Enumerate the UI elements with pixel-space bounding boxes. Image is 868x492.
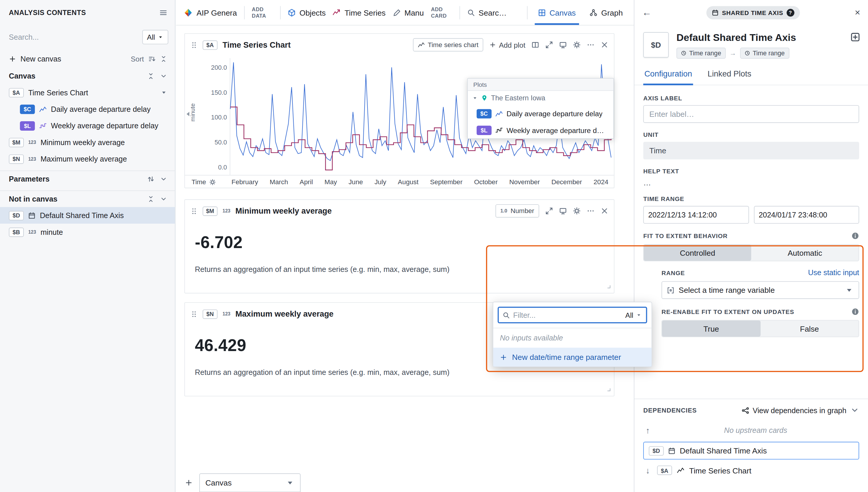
chart-type-button[interactable]: Time series chart <box>413 38 483 51</box>
drag-handle[interactable] <box>190 311 197 318</box>
axis-label-input[interactable] <box>643 105 859 123</box>
drag-handle[interactable] <box>190 41 197 48</box>
present-icon[interactable] <box>559 207 567 215</box>
option-controlled[interactable]: Controlled <box>644 245 751 261</box>
time-range-variable-select[interactable]: Select a time range variable <box>662 281 859 299</box>
collapse-all-icon[interactable] <box>160 55 167 62</box>
variable-badge: $A <box>9 88 24 97</box>
chip-label: Time range <box>753 50 785 56</box>
variable-picker-popup: All No inputs available New date/time ra… <box>493 302 652 367</box>
plot-series-row[interactable]: $L Weekly average departure d… <box>468 122 614 138</box>
sidebar-item-minute[interactable]: $B 123 minute <box>0 224 175 240</box>
chart-plot-area[interactable]: minute 200.0150.0100.050.00.0 Plots The … <box>185 56 614 175</box>
collapse-all-icon[interactable] <box>147 72 154 79</box>
configuration-form: AXIS LABEL UNIT Time HELP TEXT … TIME RA… <box>635 85 868 399</box>
aip-menu-button[interactable]: AIP Genera <box>184 0 237 25</box>
back-icon[interactable]: ← <box>642 7 651 18</box>
sidebar-item-time-series-chart[interactable]: $A Time Series Chart <box>0 84 175 101</box>
tab-graph[interactable]: Graph <box>587 0 626 25</box>
option-automatic[interactable]: Automatic <box>751 245 859 261</box>
number-type-icon: 123 <box>28 156 36 162</box>
add-to-canvas-icon[interactable] <box>850 32 860 58</box>
present-icon[interactable] <box>559 41 567 49</box>
tab-configuration[interactable]: Configuration <box>643 64 693 85</box>
fit-to-extent-label: FIT TO EXTENT BEHAVIOR <box>643 232 728 239</box>
add-data-button[interactable]: ADD DATA <box>252 6 273 19</box>
dependency-current-card[interactable]: $D Default Shared Time Axis <box>643 442 859 459</box>
resize-corner[interactable] <box>605 282 611 291</box>
time-range-start-input[interactable]: 2022/12/13 14:12:00 <box>643 206 748 224</box>
help-text-value[interactable]: … <box>643 178 859 187</box>
dependency-downstream-row[interactable]: ↓ $A Time Series Chart <box>643 466 859 475</box>
fullscreen-icon[interactable] <box>545 207 553 215</box>
info-icon[interactable] <box>851 308 859 316</box>
collapse-panel-icon[interactable] <box>159 9 167 17</box>
resize-corner[interactable] <box>605 385 611 394</box>
view-dependencies-label: View dependencies in graph <box>753 406 846 414</box>
swap-vertical-icon[interactable] <box>147 175 154 182</box>
collapse-all-icon[interactable] <box>147 195 154 202</box>
layout-split-icon[interactable] <box>531 41 539 49</box>
new-date-range-parameter-button[interactable]: New date/time range parameter <box>493 348 651 367</box>
help-icon[interactable]: ? <box>787 9 794 17</box>
new-canvas-button[interactable]: New canvas <box>21 54 61 63</box>
fullscreen-icon[interactable] <box>545 41 553 49</box>
close-icon[interactable] <box>600 207 608 215</box>
plots-group-row[interactable]: The Eastern Iowa <box>468 91 614 105</box>
sidebar-item-maximum-weekly[interactable]: $N 123 Maximum weekly average <box>0 151 175 167</box>
tab-linked-plots[interactable]: Linked Plots <box>706 64 752 85</box>
add-card-button[interactable]: ADD CARD <box>431 6 452 19</box>
card-title: Maximum weekly average <box>235 310 334 318</box>
close-icon[interactable] <box>600 41 608 49</box>
tab-canvas[interactable]: Canvas <box>535 0 579 25</box>
sort-icon[interactable] <box>148 55 155 62</box>
use-static-input-link[interactable]: Use static input <box>808 268 859 277</box>
caret-down-icon[interactable] <box>160 89 168 96</box>
unit-input[interactable]: Time <box>643 142 859 159</box>
format-badge: 1.0 <box>500 208 507 214</box>
add-canvas-button[interactable] <box>185 478 193 486</box>
number-format-button[interactable]: 1.0 Number <box>495 204 539 218</box>
sidebar-item-daily-average[interactable]: $C Daily average departure delay <box>0 101 175 117</box>
search-input[interactable] <box>9 33 138 41</box>
search-filter-select[interactable]: All <box>142 30 168 44</box>
step-chart-icon <box>40 122 47 129</box>
canvas-selector-dropdown[interactable]: Canvas <box>199 473 300 492</box>
variable-badge: $L <box>477 125 492 135</box>
info-icon[interactable] <box>851 232 859 240</box>
chevron-down-icon[interactable] <box>160 195 167 202</box>
time-series-button[interactable]: Time Series <box>333 0 386 25</box>
time-range-end-input[interactable]: 2024/01/17 23:48:00 <box>753 206 859 224</box>
add-plot-button[interactable]: Add plot <box>490 41 525 49</box>
plot-series-label: Daily average departure delay <box>506 109 602 118</box>
manual-button[interactable]: Manu <box>393 0 424 25</box>
objects-label: Objects <box>300 8 326 17</box>
gear-icon[interactable] <box>573 207 580 215</box>
axis-gear-icon[interactable] <box>209 179 216 186</box>
more-menu-icon[interactable] <box>587 207 594 215</box>
more-menu-icon[interactable] <box>587 41 594 49</box>
filter-all-select[interactable]: All <box>623 311 644 319</box>
gear-icon[interactable] <box>573 41 580 49</box>
chevron-down-icon[interactable] <box>160 175 167 182</box>
caret-down-icon <box>472 95 478 101</box>
y-axis-title: minute <box>189 96 196 129</box>
sort-button[interactable]: Sort <box>131 54 144 63</box>
app-root: ANALYSIS CONTENTS All New canvas Sort Ca… <box>0 0 868 492</box>
toolbar-search-button[interactable]: Searc… <box>467 0 507 25</box>
not-in-canvas-section-title: Not in canvas <box>9 195 57 203</box>
objects-button[interactable]: Objects <box>288 0 326 25</box>
plot-series-row[interactable]: $C Daily average departure delay <box>468 105 614 122</box>
sidebar-item-weekly-average[interactable]: $L Weekly average departure delay <box>0 117 175 134</box>
option-false[interactable]: False <box>760 320 859 337</box>
filter-input[interactable] <box>513 311 620 319</box>
view-dependencies-button[interactable]: View dependencies in graph <box>742 406 859 415</box>
sidebar-item-default-shared-time-axis[interactable]: $D Default Shared Time Axis <box>0 207 175 224</box>
option-true[interactable]: True <box>662 320 760 337</box>
drag-handle[interactable] <box>190 207 197 215</box>
sidebar-item-minimum-weekly[interactable]: $M 123 Minimum weekly average <box>0 134 175 150</box>
close-icon[interactable]: × <box>855 7 860 18</box>
chevron-down-icon[interactable] <box>160 72 167 79</box>
y-tick-label: 150.0 <box>200 89 227 96</box>
pan-left-icon[interactable] <box>187 112 189 116</box>
